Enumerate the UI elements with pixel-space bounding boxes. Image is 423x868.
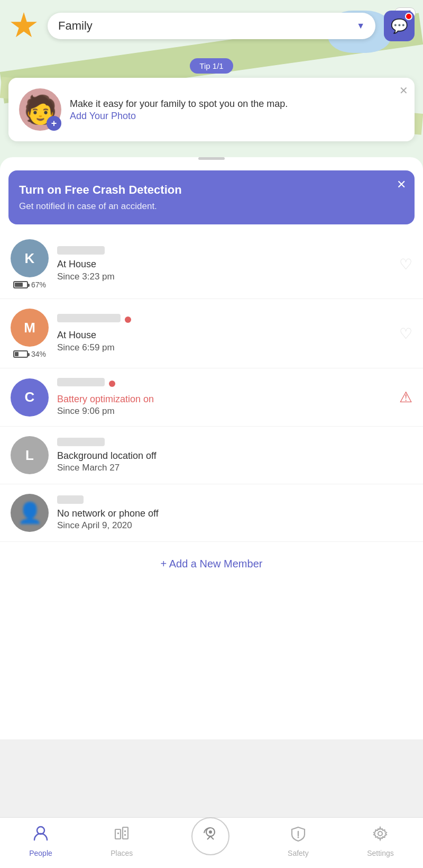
battery-icon — [13, 350, 28, 358]
member-status: At House — [57, 329, 391, 342]
svg-rect-3 — [117, 833, 119, 834]
member-info: At House Since 6:59 pm — [57, 314, 391, 352]
add-photo-icon[interactable]: + — [47, 116, 61, 131]
heart-icon: ♡ — [399, 256, 412, 273]
member-name-blurred — [57, 495, 84, 504]
member-time: Since 3:23 pm — [57, 272, 391, 282]
tip-label: Tip 1/1 — [190, 58, 233, 74]
member-avatar-k: K — [11, 239, 49, 277]
nav-label-places: Places — [111, 849, 133, 857]
svg-point-7 — [209, 830, 212, 834]
red-dot-icon — [125, 317, 131, 323]
member-name-blurred — [57, 378, 105, 386]
member-item[interactable]: C Battery optimization on Since 9:06 pm … — [0, 368, 423, 427]
star-badge[interactable] — [8, 11, 39, 41]
settings-icon — [372, 825, 389, 846]
member-avatar-photo: 👤 — [11, 494, 49, 532]
member-item[interactable]: L Background location off Since March 27 — [0, 427, 423, 484]
battery-indicator: 67% — [13, 281, 46, 289]
member-info: Battery optimization on Since 9:06 pm — [57, 378, 391, 417]
nav-item-safety[interactable]: Safety — [288, 825, 309, 857]
battery-icon — [13, 281, 28, 288]
member-name-row — [57, 378, 391, 390]
member-avatar-wrap: L — [11, 436, 49, 474]
battery-text: 67% — [31, 281, 46, 289]
svg-rect-4 — [124, 830, 126, 832]
member-name-blurred — [57, 438, 105, 446]
warning-icon: ⚠ — [399, 389, 412, 405]
sheet-handle — [198, 157, 225, 160]
member-name-blurred — [57, 314, 121, 322]
member-avatar-c: C — [11, 378, 49, 417]
member-time: Since April 9, 2020 — [57, 520, 412, 531]
crash-subtitle: Get notified in case of an accident. — [19, 201, 404, 212]
crash-title: Turn on Free Crash Detection — [19, 183, 404, 197]
member-info: No network or phone off Since April 9, 2… — [57, 495, 412, 531]
member-status-warning: Battery optimization on — [57, 393, 391, 406]
member-avatar-wrap: 👤 — [11, 494, 49, 532]
member-status: Background location off — [57, 449, 412, 463]
nav-item-places[interactable]: Places — [111, 825, 133, 857]
member-status: No network or phone off — [57, 507, 412, 520]
member-name-blurred — [57, 246, 105, 255]
nav-center-button[interactable] — [191, 817, 229, 855]
member-action[interactable]: ⚠ — [399, 388, 412, 406]
member-list: K 67% At House Since 3:23 pm ♡ M — [0, 230, 423, 542]
bottom-nav: People Places — [0, 817, 423, 868]
svg-rect-2 — [123, 827, 128, 839]
member-action[interactable]: ♡ — [399, 325, 412, 342]
crash-close-button[interactable]: ✕ — [397, 178, 406, 192]
member-name-row — [57, 314, 391, 326]
nav-label-settings: Settings — [367, 849, 394, 857]
member-item[interactable]: 👤 No network or phone off Since April 9,… — [0, 484, 423, 542]
battery-indicator: 34% — [13, 350, 46, 358]
crash-banner[interactable]: Turn on Free Crash Detection Get notifie… — [8, 170, 415, 224]
tip-link[interactable]: Add Your Photo — [70, 111, 404, 122]
member-time: Since 6:59 pm — [57, 342, 391, 353]
tip-avatar-container: 🧑 + — [19, 88, 61, 131]
tip-section: Tip 1/1 🧑 + Make it easy for your family… — [0, 58, 423, 141]
member-avatar-l: L — [11, 436, 49, 474]
people-icon — [32, 825, 49, 846]
add-member-button[interactable]: + Add a New Member — [0, 542, 423, 586]
member-time: Since 9:06 pm — [57, 406, 391, 417]
nav-center-icon — [199, 822, 222, 850]
member-info: Background location off Since March 27 — [57, 438, 412, 473]
nav-label-safety: Safety — [288, 849, 309, 857]
nav-item-settings[interactable]: Settings — [367, 825, 394, 857]
svg-point-9 — [297, 837, 299, 838]
family-selector[interactable]: Family ▼ — [48, 13, 375, 39]
battery-fill — [15, 352, 19, 356]
dropdown-arrow-icon: ▼ — [356, 21, 365, 31]
member-avatar-wrap: M 34% — [11, 309, 49, 358]
places-icon — [113, 825, 130, 846]
notification-dot — [405, 13, 412, 20]
safety-icon — [290, 825, 307, 846]
top-header: Family ▼ 💬 — [0, 0, 423, 48]
nav-label-people: People — [29, 849, 52, 857]
tip-text: Make it easy for your family to spot you… — [70, 97, 404, 122]
member-time: Since March 27 — [57, 463, 412, 473]
svg-point-10 — [378, 831, 382, 836]
member-action[interactable]: ♡ — [399, 256, 412, 273]
member-info: At House Since 3:23 pm — [57, 246, 391, 282]
person-photo-icon: 👤 — [17, 501, 42, 525]
battery-fill — [15, 283, 23, 287]
family-name: Family — [58, 19, 350, 33]
member-avatar-wrap: C — [11, 378, 49, 417]
member-item[interactable]: K 67% At House Since 3:23 pm ♡ — [0, 230, 423, 299]
battery-text: 34% — [31, 350, 46, 358]
member-avatar-m: M — [11, 309, 49, 347]
nav-item-people[interactable]: People — [29, 825, 52, 857]
tip-main-text: Make it easy for your family to spot you… — [70, 97, 404, 111]
chat-button[interactable]: 💬 — [384, 11, 415, 41]
tip-close-button[interactable]: ✕ — [399, 84, 408, 97]
bottom-sheet: Turn on Free Crash Detection Get notifie… — [0, 157, 423, 739]
svg-rect-5 — [124, 834, 126, 836]
tip-card: 🧑 + Make it easy for your family to spot… — [8, 78, 415, 141]
member-avatar-wrap: K 67% — [11, 239, 49, 289]
member-item[interactable]: M 34% At House Since 6:59 pm ♡ — [0, 299, 423, 368]
heart-icon: ♡ — [399, 326, 412, 342]
chat-icon: 💬 — [391, 18, 408, 34]
member-status: At House — [57, 258, 391, 271]
